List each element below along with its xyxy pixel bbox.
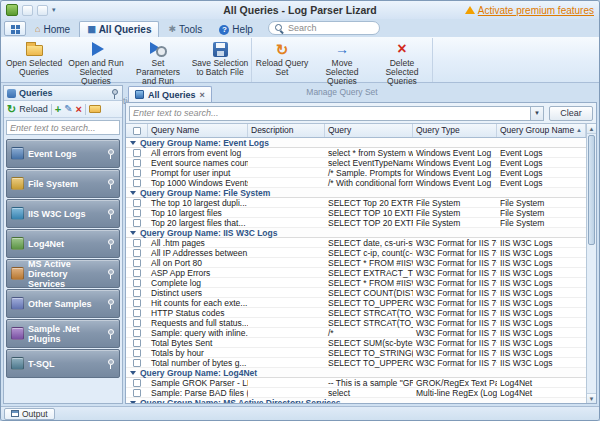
sidebar-item-iis-w3c-logs[interactable]: IIS W3C Logs	[6, 199, 120, 228]
table-row[interactable]: Complete logSELECT * FROM #IISW...W3C Fo…	[126, 278, 586, 288]
table-row[interactable]: Top 10 largest filesSELECT TOP 10 EXTR..…	[126, 208, 586, 218]
sidebar-item-sample-net-plugins[interactable]: Sample .Net Plugins	[6, 319, 120, 348]
column-header-description[interactable]: Description	[248, 124, 325, 137]
pin-icon[interactable]	[111, 88, 119, 99]
group-row[interactable]: Query Group Name: Event Logs	[126, 138, 586, 148]
table-row[interactable]: Prompt for user input/* Sample. Prompts …	[126, 168, 586, 178]
scroll-down-icon[interactable]: ▼	[587, 393, 596, 403]
row-checkbox[interactable]	[133, 289, 141, 297]
row-checkbox[interactable]	[133, 379, 141, 387]
quick-access-button-1[interactable]	[22, 5, 33, 16]
table-row[interactable]: Sample: Parse BAD files (...selectMulti-…	[126, 388, 586, 398]
pin-icon[interactable]	[107, 238, 115, 249]
clear-button[interactable]: Clear	[549, 106, 593, 121]
activate-premium-link[interactable]: Activate premium features	[465, 5, 594, 16]
row-checkbox[interactable]	[133, 279, 141, 287]
pin-icon[interactable]	[107, 328, 115, 339]
row-checkbox[interactable]	[133, 169, 141, 177]
sidebar-item-event-logs[interactable]: Event Logs	[6, 139, 120, 168]
row-checkbox[interactable]	[133, 269, 141, 277]
row-checkbox[interactable]	[133, 199, 141, 207]
column-header-query[interactable]: Query	[325, 124, 413, 137]
sidebar-item-log4net[interactable]: Log4Net	[6, 229, 120, 258]
quick-access-dropdown-icon[interactable]: ▾	[52, 6, 56, 14]
sidebar-item-t-sql[interactable]: T-SQL	[6, 349, 120, 378]
close-tab-icon[interactable]: ×	[200, 90, 205, 100]
table-row[interactable]: Total Bytes SentSELECT SUM(sc-bytes) A..…	[126, 338, 586, 348]
table-row[interactable]: Sample GROK Parser - LP...-- This is a s…	[126, 378, 586, 388]
ribbon-search-box[interactable]: Search	[268, 21, 380, 35]
pin-icon[interactable]	[107, 148, 115, 159]
column-header-query-type[interactable]: Query Type	[413, 124, 497, 137]
row-checkbox[interactable]	[133, 299, 141, 307]
table-row[interactable]: Totals by hourSELECT TO_STRING(T...W3C F…	[126, 348, 586, 358]
table-row[interactable]: Total number of bytes g...SELECT TO_UPPE…	[126, 358, 586, 368]
sidebar-item-file-system[interactable]: File System	[6, 169, 120, 198]
combo-dropdown-button[interactable]: ▼	[530, 107, 543, 120]
table-row[interactable]: Hit counts for each exte...SELECT TO_UPP…	[126, 298, 586, 308]
reload-query-set-button[interactable]: ↻Reload Query Set	[252, 38, 312, 86]
row-checkbox[interactable]	[133, 339, 141, 347]
row-checkbox[interactable]	[133, 239, 141, 247]
table-row[interactable]: Top 1000 Windows Events/* With condition…	[126, 178, 586, 188]
add-group-button[interactable]: +	[55, 104, 61, 115]
table-row[interactable]: Distinct usersSELECT COUNT(DISTINC...W3C…	[126, 288, 586, 298]
group-row[interactable]: Query Group Name: MS Active Directory Se…	[126, 398, 586, 403]
table-row[interactable]: Sample: query with inline.../*W3C Format…	[126, 328, 586, 338]
pin-icon[interactable]	[107, 358, 115, 369]
table-row[interactable]: HTTP Status codesSELECT STRCAT(TO_ST...W…	[126, 308, 586, 318]
column-header-query-group-name[interactable]: Query Group Name ▲	[497, 124, 586, 137]
column-header-query-name[interactable]: Query Name	[148, 124, 248, 137]
row-checkbox[interactable]	[133, 249, 141, 257]
table-row[interactable]: Top 20 largest files that...SELECT TOP 2…	[126, 218, 586, 228]
row-checkbox[interactable]	[133, 209, 141, 217]
table-row[interactable]: All errors from event logselect * from S…	[126, 148, 586, 158]
tab-all-queries[interactable]: All Queries ×	[128, 86, 212, 102]
table-row[interactable]: The top 10 largest dupli...SELECT Top 20…	[126, 198, 586, 208]
open-folder-button[interactable]	[89, 105, 101, 113]
scrollbar-thumb[interactable]	[588, 135, 595, 245]
select-all-checkbox[interactable]	[133, 127, 141, 135]
pin-icon[interactable]	[107, 298, 115, 309]
ribbon-tab-help[interactable]: ?Help	[211, 21, 261, 37]
row-checkbox[interactable]	[133, 389, 141, 397]
application-menu-button[interactable]	[4, 21, 26, 36]
ribbon-tab-home[interactable]: ⌂Home	[27, 21, 78, 37]
row-checkbox[interactable]	[133, 349, 141, 357]
row-checkbox[interactable]	[133, 329, 141, 337]
table-row[interactable]: All IP Addresses between...SELECT c-ip, …	[126, 248, 586, 258]
scroll-up-icon[interactable]: ▲	[587, 124, 596, 134]
sidebar-item-ms-active-directory-services[interactable]: MS Active Directory Services	[6, 259, 120, 288]
vertical-scrollbar[interactable]: ▲ ▼	[586, 123, 596, 403]
group-row[interactable]: Query Group Name: Log4Net	[126, 368, 586, 378]
ribbon-tab-tools[interactable]: ✱Tools	[160, 21, 210, 37]
table-row[interactable]: Requests and full status...SELECT STRCAT…	[126, 318, 586, 328]
delete-group-button[interactable]: ×	[76, 104, 82, 115]
edit-group-button[interactable]: ✎	[64, 104, 72, 114]
table-row[interactable]: All on Port 80SELECT * FROM #IISW3...W3C…	[126, 258, 586, 268]
table-row[interactable]: ASP App ErrorsSELECT EXTRACT_TOKE...W3C …	[126, 268, 586, 278]
row-checkbox[interactable]	[133, 319, 141, 327]
move-selected-queries-button[interactable]: →Move Selected Queries	[312, 38, 372, 86]
table-row[interactable]: Event source names countselect EventType…	[126, 158, 586, 168]
row-checkbox[interactable]	[133, 179, 141, 187]
delete-selected-queries-button[interactable]: ×Delete Selected Queries	[372, 38, 432, 86]
row-checkbox[interactable]	[133, 309, 141, 317]
row-checkbox[interactable]	[133, 149, 141, 157]
row-checkbox[interactable]	[133, 159, 141, 167]
pin-icon[interactable]	[107, 268, 115, 279]
row-checkbox[interactable]	[133, 359, 141, 367]
ribbon-tab-all-queries[interactable]: ▦All Queries	[79, 21, 159, 37]
pin-icon[interactable]	[107, 208, 115, 219]
row-checkbox[interactable]	[133, 219, 141, 227]
quick-access-button-2[interactable]	[37, 5, 48, 16]
row-checkbox[interactable]	[133, 259, 141, 267]
grid-search-combo[interactable]: Enter text to search... ▼	[129, 106, 544, 121]
sidebar-search-input[interactable]: Enter text to search...	[6, 120, 120, 135]
reload-button[interactable]: ↻ Reload	[7, 104, 48, 115]
group-row[interactable]: Query Group Name: File System	[126, 188, 586, 198]
group-row[interactable]: Query Group Name: IIS W3C Logs	[126, 228, 586, 238]
pin-icon[interactable]	[107, 178, 115, 189]
sidebar-item-other-samples[interactable]: Other Samples	[6, 289, 120, 318]
table-row[interactable]: All .htm pagesSELECT date, cs-uri-stemW3…	[126, 238, 586, 248]
